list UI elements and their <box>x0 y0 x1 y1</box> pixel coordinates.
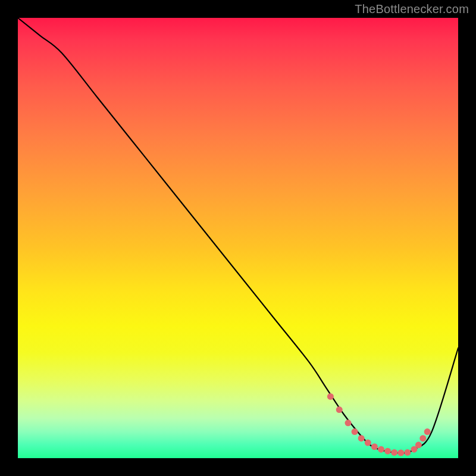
curve-marker <box>415 441 422 448</box>
curve-marker <box>336 406 343 413</box>
curve-marker <box>391 449 397 456</box>
curve-marker <box>371 443 378 450</box>
curve-marker <box>327 393 334 400</box>
curve-marker <box>424 428 431 435</box>
curve-marker <box>345 419 352 426</box>
curve-marker <box>397 450 404 456</box>
heatmap-plot-area <box>18 18 458 458</box>
bottleneck-curve-svg <box>18 18 458 458</box>
bottleneck-curve-line <box>18 18 458 453</box>
chart-stage: TheBottlenecker.com <box>0 0 476 476</box>
curve-marker <box>352 428 358 435</box>
attribution-label: TheBottlenecker.com <box>355 2 469 16</box>
curve-marker <box>419 435 426 441</box>
curve-markers-group <box>327 393 431 456</box>
curve-marker <box>358 435 365 441</box>
curve-marker <box>384 448 391 455</box>
curve-marker <box>378 446 384 453</box>
curve-marker <box>365 440 371 446</box>
curve-marker <box>404 449 411 456</box>
